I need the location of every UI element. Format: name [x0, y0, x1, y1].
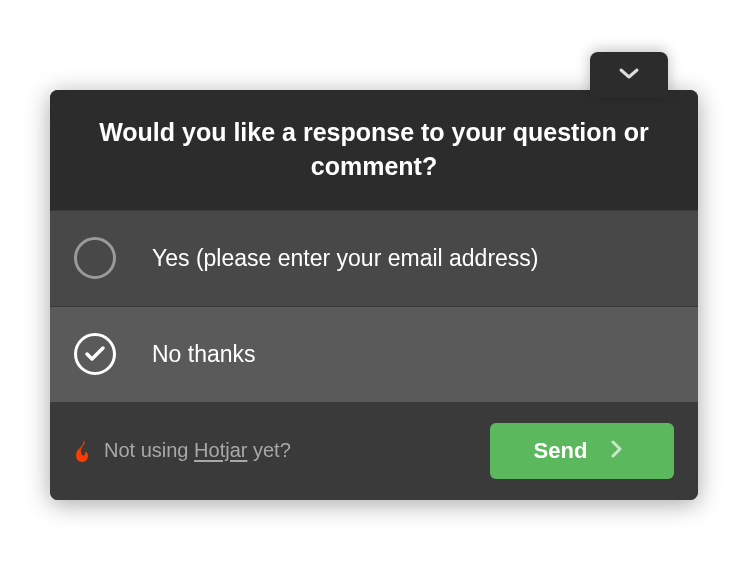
brand-suffix: yet? [247, 439, 290, 461]
brand-prefix: Not using [104, 439, 194, 461]
radio-unchecked-icon [74, 237, 116, 279]
chevron-down-icon [618, 66, 640, 84]
option-label: Yes (please enter your email address) [152, 245, 539, 272]
option-label: No thanks [152, 341, 256, 368]
widget-footer: Not using Hotjar yet? Send [50, 402, 698, 500]
flame-icon [74, 439, 94, 463]
options-list: Yes (please enter your email address) No… [50, 210, 698, 402]
collapse-tab[interactable] [590, 52, 668, 97]
hotjar-branding[interactable]: Not using Hotjar yet? [74, 439, 490, 463]
brand-text: Not using Hotjar yet? [104, 439, 291, 462]
send-label: Send [534, 438, 588, 464]
radio-checked-icon [74, 333, 116, 375]
option-yes[interactable]: Yes (please enter your email address) [50, 210, 698, 306]
survey-header: Would you like a response to your questi… [50, 90, 698, 210]
chevron-right-icon [611, 440, 622, 461]
feedback-widget: Would you like a response to your questi… [50, 90, 698, 500]
send-button[interactable]: Send [490, 423, 674, 479]
survey-question: Would you like a response to your questi… [86, 116, 662, 184]
option-no[interactable]: No thanks [50, 306, 698, 402]
brand-link: Hotjar [194, 439, 247, 461]
